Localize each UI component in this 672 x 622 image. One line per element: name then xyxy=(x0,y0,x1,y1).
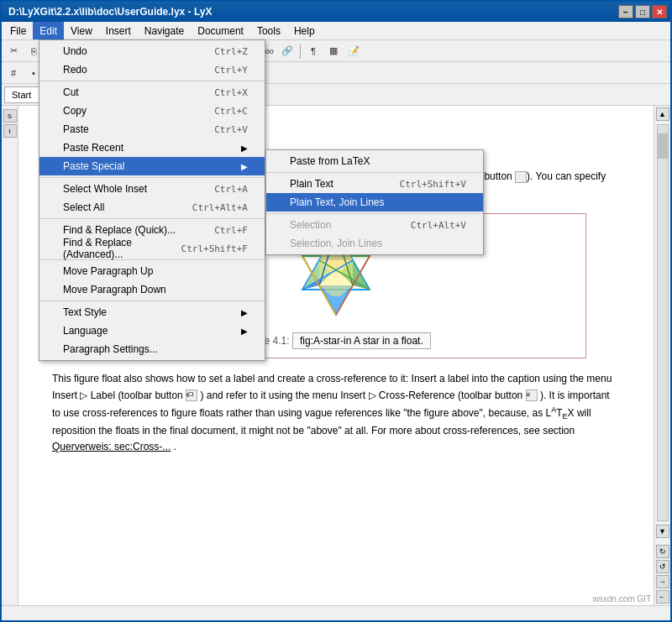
tb-sep-4 xyxy=(46,65,47,81)
tb-bullet[interactable]: • xyxy=(24,65,43,81)
caption-label: Figure 4.1: xyxy=(241,335,289,347)
caption-ref: fig:A-star-in xyxy=(300,335,351,347)
menu-document[interactable]: Document xyxy=(191,22,250,39)
tb-align-left[interactable]: ≡ xyxy=(50,65,69,81)
menu-navigate[interactable]: Navigate xyxy=(138,22,191,39)
menu-view[interactable]: View xyxy=(64,22,99,39)
menu-edit[interactable]: Edit xyxy=(33,22,64,39)
tb-note[interactable]: 📝 xyxy=(344,43,363,60)
tb-ref[interactable]: ☐ xyxy=(212,43,230,60)
tb-formula[interactable]: ∫ xyxy=(192,43,210,60)
right-btn-1[interactable]: ↻ xyxy=(656,545,669,558)
float-box: Figure 4.1: fig:A-star-in A star in a fl… xyxy=(86,213,586,358)
title-bar: D:\LyXGit\2.2.x\lib\doc\UserGuide.lyx - … xyxy=(2,2,670,22)
star-figure-svg xyxy=(286,222,386,323)
menu-bar: File Edit View Insert Navigate Document … xyxy=(2,22,670,40)
tb-italic[interactable]: A xyxy=(131,43,150,60)
tb-voo[interactable]: Voo xyxy=(258,43,276,60)
menu-help[interactable]: Help xyxy=(287,22,322,39)
scrollbar-thumb[interactable] xyxy=(658,133,668,159)
tb-sep-3 xyxy=(300,44,301,59)
doc-content: 4.6 floats ! Figure... Figures toolbar b… xyxy=(18,106,654,605)
tb-align-right[interactable]: ≡ xyxy=(71,65,89,81)
minimize-button[interactable]: − xyxy=(618,5,633,18)
watermark: wsxdn.com GIT xyxy=(593,594,651,604)
scroll-down-btn[interactable]: ▼ xyxy=(656,525,669,538)
tb-copy[interactable]: ⎘ xyxy=(24,43,43,60)
menu-insert[interactable]: Insert xyxy=(99,22,138,39)
caption-text: A star in a float. xyxy=(354,335,423,347)
tb-link[interactable]: 🔗 xyxy=(278,43,297,60)
tb-bold[interactable]: A xyxy=(111,43,129,60)
main-area: S t 4.6 floats ! Figure... Figures toolb… xyxy=(2,106,670,605)
tb-sep-2 xyxy=(234,44,234,59)
doc-paragraph-2: This figure float also shows how to set … xyxy=(52,371,620,455)
scroll-up-btn[interactable]: ▲ xyxy=(656,107,669,121)
doc-paragraph-1: Figures toolbar button ▶. The image can … xyxy=(52,169,620,201)
maximize-button[interactable]: □ xyxy=(635,5,650,18)
tb-cut[interactable]: ✂ xyxy=(4,43,23,60)
tb-math[interactable]: Σ xyxy=(171,43,190,60)
tb-para[interactable]: ¶ xyxy=(304,43,323,60)
tb-tex[interactable]: TEX xyxy=(238,43,256,60)
menu-file[interactable]: File xyxy=(3,22,33,39)
main-window: D:\LyXGit\2.2.x\lib\doc\UserGuide.lyx - … xyxy=(0,0,672,622)
side-tabs: S t xyxy=(2,106,18,605)
layout-area: Start Standard Section Addi xyxy=(2,84,670,106)
right-btn-4[interactable]: ← xyxy=(656,590,669,604)
right-btn-3[interactable]: → xyxy=(656,575,669,588)
caption-box: fig:A-star-in A star in a float. xyxy=(292,332,431,349)
tb-sep-1 xyxy=(107,44,108,59)
close-button[interactable]: ✕ xyxy=(652,5,667,18)
toolbar-row-1: ✂ ⎘ 📋 🔍 ↩ A A A Σ ∫ ☐ TEX Voo 🔗 ¶ ▦ 📝 xyxy=(2,40,670,62)
float-caption: Figure 4.1: fig:A-star-in A star in a fl… xyxy=(95,332,577,349)
scrollbar-track[interactable] xyxy=(657,124,669,521)
tb-find[interactable]: 🔍 xyxy=(65,43,83,60)
tb-paste[interactable]: 📋 xyxy=(45,43,63,60)
side-tab-1[interactable]: S xyxy=(3,109,17,123)
tb-undo[interactable]: ↩ xyxy=(85,43,103,60)
tb-underline[interactable]: A xyxy=(151,43,170,60)
side-tab-2[interactable]: t xyxy=(3,124,17,138)
layout-dropdown[interactable]: Start Standard Section xyxy=(4,86,71,103)
doc-section-heading: 4.6 xyxy=(52,123,620,140)
right-panel: ▲ ▼ ↻ ↺ → ← xyxy=(654,106,670,605)
tb-table[interactable]: ▦ xyxy=(324,43,343,60)
menu-tools[interactable]: Tools xyxy=(250,22,287,39)
layout-label: Addi xyxy=(80,90,98,100)
doc-subheading: floats ! Figure... xyxy=(52,149,620,162)
right-btn-2[interactable]: ↺ xyxy=(656,560,669,573)
window-title: D:\LyXGit\2.2.x\lib\doc\UserGuide.lyx - … xyxy=(8,6,213,18)
tb-numbering[interactable]: # xyxy=(4,65,23,81)
status-bar xyxy=(2,605,670,620)
window-controls: − □ ✕ xyxy=(618,5,667,18)
toolbar-row-2: # • ≡ ≡ ⇥ ⇤ xyxy=(2,62,670,84)
tb-outdent[interactable]: ⇤ xyxy=(111,65,129,81)
tb-indent[interactable]: ⇥ xyxy=(91,65,109,81)
